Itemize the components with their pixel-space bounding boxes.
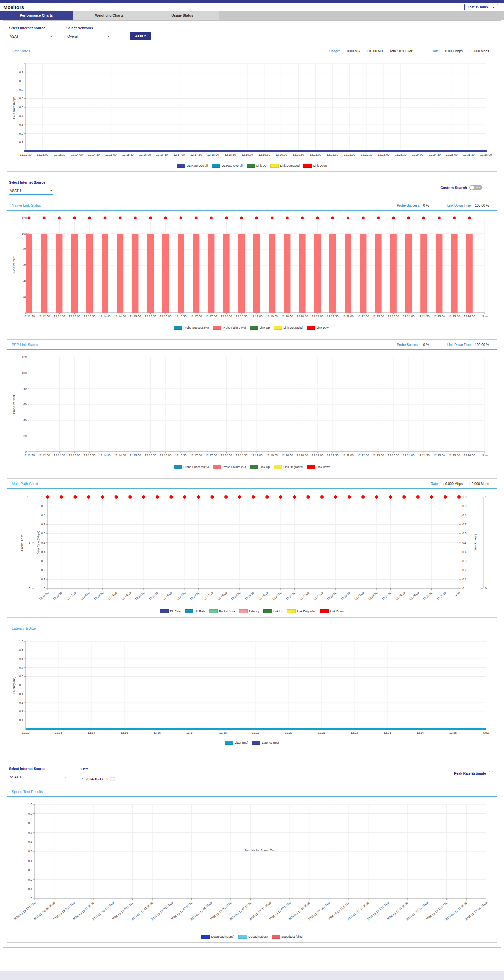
svg-text:12:15:00: 12:15:00 [105,153,117,156]
custom-search-label: Custom Search [440,186,467,189]
legend-item: Link Degraded [274,465,303,469]
internet-source-select-3[interactable]: VSAT 1 ▼ [9,774,68,781]
svg-text:120: 120 [22,355,27,359]
legend-label: DL Rate Overall [187,164,208,167]
calendar-icon[interactable] [111,776,116,781]
svg-text:0.7: 0.7 [19,88,23,91]
svg-text:0.5: 0.5 [41,541,45,544]
svg-text:0.8: 0.8 [28,821,32,825]
svg-text:Latency (ms): Latency (ms) [474,534,477,551]
top-accent-bar [0,0,504,3]
tab-weighting-charts[interactable]: Weighting Charts [73,11,146,20]
svg-text:2024-10-17 18:00:00: 2024-10-17 18:00:00 [464,901,488,921]
svg-text:2024-10-16 22:00:00: 2024-10-16 22:00:00 [72,901,95,921]
svg-text:2024-10-17 04:00:00: 2024-10-17 04:00:00 [190,901,213,921]
rate-download: ↓ 0.000 Mbps [443,49,463,53]
svg-text:12:23:00: 12:23:00 [372,315,384,318]
svg-text:12:12: 12:12 [22,731,30,734]
svg-text:12:16:00: 12:16:00 [139,153,151,156]
svg-text:12:25:00: 12:25:00 [409,591,420,601]
time-range-select[interactable]: Last 15 mins ▾ [464,4,498,10]
svg-text:12:15:00: 12:15:00 [130,315,141,318]
legend-label: DL Rate [170,610,181,613]
internet-source-select-2[interactable]: VSAT 1 ▼ [9,188,53,195]
legend-swatch-icon [303,164,312,167]
svg-text:12:19:00: 12:19:00 [244,591,255,601]
legend-label: Latency [249,610,259,613]
multi-path-chart: 1.00.90.80.70.60.50.40.30.20.1012:11:301… [7,489,497,609]
peak-rate-estimate-checkbox[interactable] [489,771,493,775]
prev-date-icon[interactable]: ‹ [81,776,82,781]
pep-link-title: PEP Link Status [12,342,38,347]
svg-text:2024-10-16 21:00:00: 2024-10-16 21:00:00 [52,901,75,921]
svg-text:12:12:30: 12:12:30 [20,153,31,156]
svg-text:12:19:30: 12:19:30 [258,591,269,601]
svg-text:12:16:00: 12:16:00 [162,591,173,601]
svg-text:12:14:00: 12:14:00 [71,153,82,156]
svg-text:0.5: 0.5 [462,541,466,544]
legend-swatch-icon [274,465,282,469]
svg-text:12:21:00: 12:21:00 [310,153,321,156]
svg-text:No data for Speed Test: No data for Speed Test [245,849,276,852]
svg-text:2024-10-17 14:00:00: 2024-10-17 14:00:00 [386,901,409,921]
networks-select[interactable]: Overall ▼ [67,33,111,40]
svg-text:12:12:30: 12:12:30 [54,454,65,457]
svg-text:Now: Now [454,591,461,598]
legend-label: Link Degraded [297,610,316,613]
svg-text:12:26:00: 12:26:00 [436,591,447,601]
speed-test-chart: 1.00.90.80.70.60.50.40.30.20.102024-10-1… [7,797,497,935]
probe-success-label: Probe Success: [397,343,420,347]
svg-text:12:21:30: 12:21:30 [327,315,338,318]
svg-text:12:23:30: 12:23:30 [388,315,399,318]
data-rates-chart: 1.00.90.80.70.60.50.40.30.20.1012:12:301… [7,56,497,164]
svg-text:12:21:30: 12:21:30 [327,153,338,156]
next-date-icon[interactable]: › [106,776,108,781]
legend-label: Link Up [257,164,266,167]
svg-text:12:24: 12:24 [417,731,424,734]
svg-text:0.3: 0.3 [28,869,32,872]
apply-button[interactable]: APPLY [130,32,151,40]
svg-text:0.3: 0.3 [462,560,466,563]
legend-swatch-icon [307,465,315,469]
svg-text:12:20:00: 12:20:00 [276,153,287,156]
custom-search-toggle[interactable]: OFF [469,185,482,190]
svg-text:0: 0 [22,150,23,153]
svg-text:12:22:00: 12:22:00 [342,315,354,318]
svg-text:0.2: 0.2 [41,568,45,572]
internet-source-label: Select Internet Source [9,767,68,771]
tab-usage-status[interactable]: Usage Status [146,11,219,20]
legend-item: Link Degraded [274,326,303,330]
legend-label: Link Up [260,326,270,329]
svg-text:0.1: 0.1 [28,887,32,891]
legend-item: Link Degraded [270,164,300,167]
tab-performance-charts[interactable]: Performance Charts [0,11,73,20]
legend-swatch-icon [239,609,247,613]
dropdown-arrow-icon: ▼ [50,35,52,38]
rate-label: Rate : [431,482,439,486]
svg-text:12:15:00: 12:15:00 [135,591,145,601]
svg-text:1.0: 1.0 [41,495,45,498]
svg-text:12:25:30: 12:25:30 [449,315,460,318]
svg-text:0.9: 0.9 [19,71,23,74]
multi-path-legend: DL RateUL RatePacket LossLatencyLink UpL… [7,609,497,617]
page-header: Monitors Last 15 mins ▾ [0,3,504,11]
svg-text:12:24:30: 12:24:30 [418,315,430,318]
legend-label: Latency (ms) [262,741,279,745]
link-down-time-label: Link Down Time: [447,204,472,207]
legend-label: Link Up [260,465,270,469]
svg-text:1: 1 [485,495,487,498]
rate-upload: ↑ 0.000 Mbps [469,482,489,486]
legend-swatch-icon [212,164,220,167]
svg-text:2024-10-17 10:00:00: 2024-10-17 10:00:00 [307,901,330,921]
legend-label: Link Degraded [284,326,303,329]
svg-text:12:21:00: 12:21:00 [312,315,323,318]
internet-source-select[interactable]: VSAT ▼ [9,33,53,40]
speed-test-legend: Download (Mbps)Upload (Mbps)Speedtest fa… [7,935,497,942]
legend-swatch-icon [160,609,169,613]
svg-text:12:20:30: 12:20:30 [293,153,304,156]
svg-text:0.9: 0.9 [462,504,466,508]
svg-text:12:14:00: 12:14:00 [99,315,111,318]
svg-text:Packet Loss: Packet Loss [21,535,24,551]
svg-text:0.9: 0.9 [28,812,32,815]
legend-swatch-icon [263,609,272,613]
